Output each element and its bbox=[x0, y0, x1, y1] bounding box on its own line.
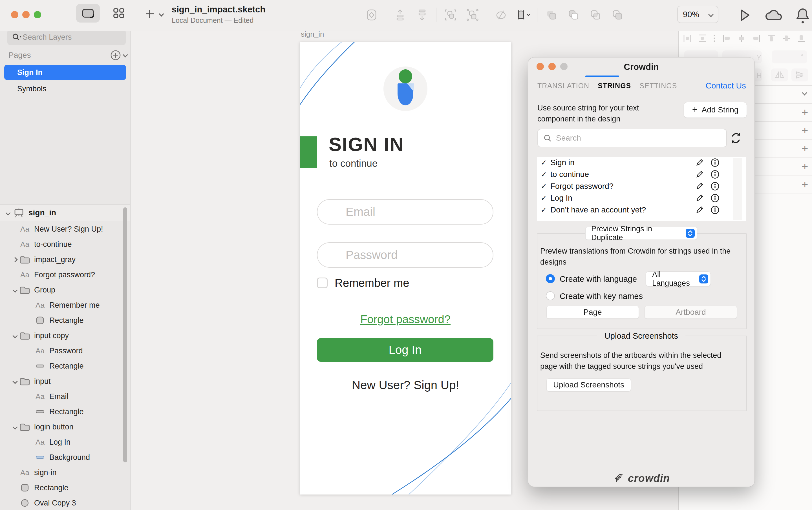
sign-in-heading[interactable]: SIGN IN bbox=[329, 133, 404, 155]
source-string-row[interactable]: ✓ Log In bbox=[537, 192, 746, 204]
layer-row[interactable]: Group bbox=[11, 282, 130, 298]
log-in-button[interactable]: Log In bbox=[317, 338, 493, 362]
to-continue-subheading[interactable]: to continue bbox=[329, 158, 378, 169]
distribute-vertical-icon[interactable] bbox=[698, 33, 707, 44]
distribute-horizontal-icon[interactable] bbox=[683, 33, 692, 44]
layer-row[interactable]: Aa Forgot password? bbox=[11, 267, 130, 282]
section-collapse-chevron-icon[interactable] bbox=[802, 90, 807, 95]
difference-button[interactable] bbox=[610, 7, 625, 23]
strings-list-scrollbar[interactable] bbox=[733, 158, 742, 220]
layer-row[interactable]: Aa New User? Sign Up! bbox=[11, 221, 130, 237]
layer-row[interactable]: Background bbox=[26, 450, 130, 465]
create-with-key-names-radio[interactable] bbox=[546, 291, 555, 300]
group-button[interactable] bbox=[443, 7, 459, 23]
collapse-pages-chevron-icon[interactable] bbox=[123, 52, 128, 57]
intersect-button[interactable] bbox=[587, 7, 603, 23]
remember-me-checkbox[interactable] bbox=[317, 277, 328, 288]
string-info-icon[interactable] bbox=[710, 158, 720, 167]
string-info-icon[interactable] bbox=[710, 193, 720, 203]
grid-view-button[interactable] bbox=[107, 4, 131, 23]
layer-row[interactable]: login button bbox=[11, 419, 130, 434]
artboard-root-row[interactable]: sign_in bbox=[0, 204, 130, 221]
layer-row[interactable]: Rectangle bbox=[26, 404, 130, 419]
password-field[interactable]: Password bbox=[317, 242, 493, 268]
tab-settings[interactable]: SETTINGS bbox=[639, 82, 677, 90]
resize-button[interactable] bbox=[515, 7, 531, 23]
align-center-horizontal-icon[interactable] bbox=[737, 33, 746, 44]
layer-search-field[interactable] bbox=[7, 29, 126, 45]
source-string-row[interactable]: ✓ Forgot password? bbox=[537, 180, 746, 192]
chevron-down-icon[interactable] bbox=[12, 333, 18, 338]
close-window-button[interactable] bbox=[11, 11, 18, 18]
layer-row[interactable]: input bbox=[11, 373, 130, 389]
edit-string-icon[interactable] bbox=[695, 205, 704, 214]
source-string-row[interactable]: ✓ Sign in bbox=[537, 157, 746, 169]
align-bottom-icon[interactable] bbox=[796, 33, 806, 44]
insert-shape-button[interactable] bbox=[364, 7, 379, 23]
move-forward-button[interactable] bbox=[392, 7, 408, 23]
align-right-icon[interactable] bbox=[752, 33, 761, 44]
page-item-symbols[interactable]: Symbols bbox=[4, 81, 126, 96]
layer-row[interactable]: input copy bbox=[11, 328, 130, 343]
minimize-window-button[interactable] bbox=[22, 11, 30, 18]
add-style-button[interactable]: + bbox=[802, 106, 808, 119]
layer-row[interactable]: Rectangle bbox=[26, 313, 130, 328]
chevron-down-icon[interactable] bbox=[12, 424, 18, 429]
add-page-button[interactable] bbox=[110, 50, 121, 61]
edit-shape-button[interactable] bbox=[493, 7, 509, 23]
remember-me-label[interactable]: Remember me bbox=[335, 277, 409, 289]
chevron-right-icon[interactable] bbox=[12, 257, 18, 262]
string-info-icon[interactable] bbox=[710, 205, 720, 214]
artboard-button[interactable]: Artboard bbox=[644, 306, 737, 319]
forgot-password-link[interactable]: Forgot password? bbox=[300, 313, 511, 326]
preview-play-button[interactable] bbox=[736, 7, 753, 24]
source-string-row[interactable]: ✓ to continue bbox=[537, 169, 746, 180]
zoom-window-button[interactable] bbox=[34, 11, 41, 18]
string-info-icon[interactable] bbox=[710, 170, 720, 179]
add-string-button[interactable]: + Add String bbox=[684, 102, 747, 118]
add-style-button[interactable]: + bbox=[802, 160, 808, 173]
tab-translation[interactable]: TRANSLATION bbox=[538, 82, 589, 90]
upload-screenshots-button[interactable]: Upload Screenshots bbox=[546, 379, 631, 391]
page-button[interactable]: Page bbox=[546, 306, 639, 319]
layer-row[interactable]: Aa Log In bbox=[26, 434, 130, 450]
layer-row[interactable]: Aa Password bbox=[26, 343, 130, 358]
edit-string-icon[interactable] bbox=[695, 170, 704, 179]
email-field[interactable]: Email bbox=[317, 199, 493, 224]
layer-row[interactable]: Oval Copy 3 bbox=[11, 496, 130, 510]
page-item-sign-in[interactable]: Sign In bbox=[4, 65, 126, 80]
artboard[interactable]: SIGN IN to continue Email Password Remem… bbox=[300, 42, 511, 494]
subtract-button[interactable] bbox=[566, 7, 581, 23]
tab-strings[interactable]: STRINGS bbox=[598, 82, 631, 90]
chevron-down-icon[interactable] bbox=[12, 288, 18, 293]
chevron-down-icon[interactable] bbox=[12, 379, 18, 384]
add-document-control[interactable] bbox=[144, 8, 163, 19]
edit-string-icon[interactable] bbox=[695, 182, 704, 191]
language-select[interactable]: All Languages bbox=[646, 271, 711, 286]
align-top-icon[interactable] bbox=[766, 33, 776, 44]
layer-row[interactable]: Aa Remember me bbox=[26, 298, 130, 313]
layer-row[interactable]: impact_gray bbox=[11, 252, 130, 267]
strings-search-field[interactable] bbox=[538, 129, 727, 147]
canvas-view-button[interactable] bbox=[76, 4, 100, 23]
layer-row[interactable]: Rectangle bbox=[11, 480, 130, 496]
create-with-language-label[interactable]: Create with language bbox=[560, 274, 637, 284]
brand-logo[interactable] bbox=[383, 66, 428, 111]
layer-row[interactable]: Aa to-continue bbox=[11, 237, 130, 252]
align-left-icon[interactable] bbox=[722, 33, 731, 44]
search-layers-input[interactable] bbox=[22, 33, 121, 42]
create-with-language-radio[interactable] bbox=[546, 274, 555, 283]
edit-string-icon[interactable] bbox=[695, 193, 704, 203]
add-style-button[interactable]: + bbox=[802, 178, 808, 191]
move-backward-button[interactable] bbox=[414, 7, 430, 23]
heading-accent-square[interactable] bbox=[300, 137, 317, 168]
contact-us-link[interactable]: Contact Us bbox=[706, 81, 746, 90]
strings-search-input[interactable] bbox=[555, 133, 721, 143]
layer-row[interactable]: Aa Email bbox=[26, 389, 130, 404]
add-style-button[interactable]: + bbox=[802, 142, 808, 155]
create-with-key-names-label[interactable]: Create with key names bbox=[560, 292, 643, 301]
union-button[interactable] bbox=[544, 7, 559, 23]
sidebar-scrollbar[interactable] bbox=[123, 207, 127, 462]
notifications-bell-button[interactable] bbox=[794, 7, 811, 24]
sign-up-text[interactable]: New User? Sign Up! bbox=[300, 379, 511, 392]
